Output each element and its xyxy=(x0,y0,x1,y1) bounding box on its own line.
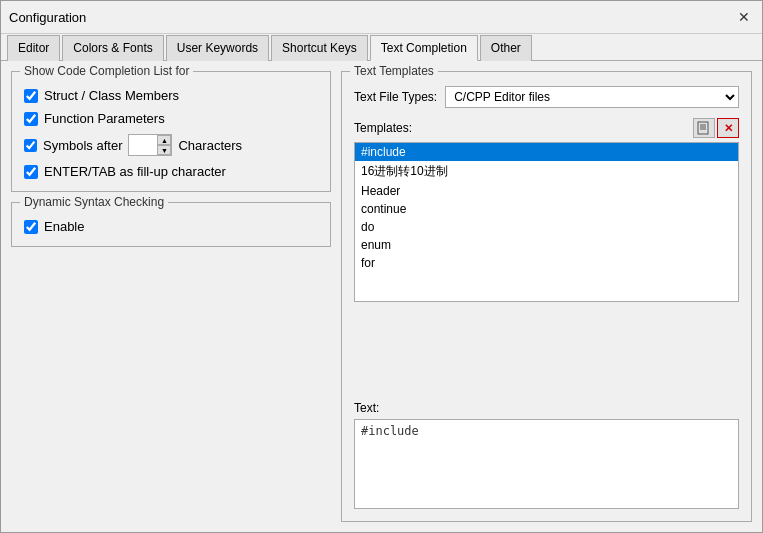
tab-text-completion[interactable]: Text Completion xyxy=(370,35,478,61)
templates-header: Templates: ✕ xyxy=(354,118,739,138)
templates-list[interactable]: #include 16进制转10进制 Header continue do en… xyxy=(354,142,739,302)
struct-class-row: Struct / Class Members xyxy=(24,88,318,103)
left-panel: Show Code Completion List for Struct / C… xyxy=(11,71,331,522)
tab-editor[interactable]: Editor xyxy=(7,35,60,61)
enable-label: Enable xyxy=(44,219,84,234)
text-templates-title: Text Templates xyxy=(350,64,438,78)
text-templates-group: Text Templates Text File Types: C/CPP Ed… xyxy=(341,71,752,522)
function-params-row: Function Parameters xyxy=(24,111,318,126)
close-button[interactable]: ✕ xyxy=(734,7,754,27)
symbols-row: Symbols after 3 ▲ ▼ Characters xyxy=(24,134,318,156)
enable-checkbox[interactable] xyxy=(24,220,38,234)
show-code-group-title: Show Code Completion List for xyxy=(20,64,193,78)
tab-user-keywords[interactable]: User Keywords xyxy=(166,35,269,61)
text-section: Text: #include xyxy=(354,401,739,509)
text-label: Text: xyxy=(354,401,739,415)
templates-section: Templates: ✕ xyxy=(354,118,739,391)
spinner-down[interactable]: ▼ xyxy=(157,145,171,155)
new-template-button[interactable] xyxy=(693,118,715,138)
right-panel: Text Templates Text File Types: C/CPP Ed… xyxy=(341,71,752,522)
symbols-value-input[interactable]: 3 xyxy=(129,135,157,155)
file-type-label: Text File Types: xyxy=(354,90,437,104)
symbols-spinner: 3 ▲ ▼ xyxy=(128,134,172,156)
window-title: Configuration xyxy=(9,10,86,25)
enter-tab-row: ENTER/TAB as fill-up character xyxy=(24,164,318,179)
template-item[interactable]: #include xyxy=(355,143,738,161)
enter-tab-label: ENTER/TAB as fill-up character xyxy=(44,164,226,179)
new-template-icon xyxy=(697,121,711,135)
symbols-checkbox[interactable] xyxy=(24,139,37,152)
characters-label: Characters xyxy=(178,138,242,153)
template-item[interactable]: for xyxy=(355,254,738,272)
tab-shortcut-keys[interactable]: Shortcut Keys xyxy=(271,35,368,61)
template-toolbar: ✕ xyxy=(693,118,739,138)
file-type-row: Text File Types: C/CPP Editor files HTML… xyxy=(354,86,739,108)
spinner-up[interactable]: ▲ xyxy=(157,135,171,145)
svg-rect-0 xyxy=(698,122,708,134)
configuration-window: Configuration ✕ Editor Colors & Fonts Us… xyxy=(0,0,763,533)
delete-template-button[interactable]: ✕ xyxy=(717,118,739,138)
function-params-label: Function Parameters xyxy=(44,111,165,126)
templates-label: Templates: xyxy=(354,121,412,135)
tab-colors-fonts[interactable]: Colors & Fonts xyxy=(62,35,163,61)
template-item[interactable]: do xyxy=(355,218,738,236)
text-content[interactable]: #include xyxy=(354,419,739,509)
tab-bar: Editor Colors & Fonts User Keywords Shor… xyxy=(1,34,762,61)
spinner-buttons: ▲ ▼ xyxy=(157,135,171,155)
dynamic-syntax-group: Dynamic Syntax Checking Enable xyxy=(11,202,331,247)
struct-class-label: Struct / Class Members xyxy=(44,88,179,103)
struct-class-checkbox[interactable] xyxy=(24,89,38,103)
enter-tab-checkbox[interactable] xyxy=(24,165,38,179)
file-type-select[interactable]: C/CPP Editor files HTML files Python fil… xyxy=(445,86,739,108)
template-item[interactable]: 16进制转10进制 xyxy=(355,161,738,182)
function-params-checkbox[interactable] xyxy=(24,112,38,126)
template-item[interactable]: continue xyxy=(355,200,738,218)
title-bar: Configuration ✕ xyxy=(1,1,762,34)
template-item[interactable]: Header xyxy=(355,182,738,200)
show-code-completion-group: Show Code Completion List for Struct / C… xyxy=(11,71,331,192)
dynamic-syntax-title: Dynamic Syntax Checking xyxy=(20,195,168,209)
tab-other[interactable]: Other xyxy=(480,35,532,61)
main-content: Show Code Completion List for Struct / C… xyxy=(1,61,762,532)
enable-row: Enable xyxy=(24,219,318,234)
template-item[interactable]: enum xyxy=(355,236,738,254)
symbols-after-label: Symbols after xyxy=(43,138,122,153)
